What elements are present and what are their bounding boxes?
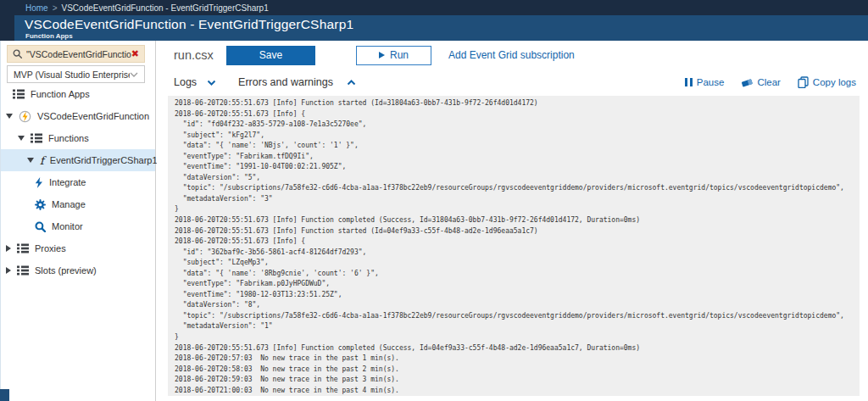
add-event-grid-subscription-link[interactable]: Add Event Grid subscription xyxy=(448,49,575,61)
log-line: "subject": "LZqeMp3", xyxy=(175,258,860,269)
blade-header: VSCodeEventGridFunction - EventGridTrigg… xyxy=(0,15,868,41)
log-line: "topic": "/subscriptions/7a58fe32-c6d6-4… xyxy=(175,183,860,194)
run-label: Run xyxy=(390,49,409,61)
log-line: 2018-06-20T20:55:51.673 [Info] Function … xyxy=(175,226,860,237)
logs-dropdown[interactable]: Logs xyxy=(174,76,220,88)
list-icon xyxy=(31,133,42,143)
log-line: "subject": "kFg2l7", xyxy=(175,131,860,142)
page-subtitle: Function Apps xyxy=(25,32,73,40)
chevron-up-icon xyxy=(347,80,356,86)
sidebar-item-label: Slots (preview) xyxy=(35,265,97,276)
sidebar-item-label: EventGridTriggerCSharp1 xyxy=(50,155,158,165)
log-output[interactable]: 2018-06-20T20:55:51.673 [Info] Function … xyxy=(168,96,860,396)
copy-logs-button[interactable]: Copy logs xyxy=(798,76,856,88)
log-line: 2018-06-20T20:55:51.673 [Info] Function … xyxy=(175,215,860,226)
chevron-down-icon xyxy=(130,72,138,77)
errors-warnings-label: Errors and warnings xyxy=(238,76,333,88)
subscription-value: MVP (Visual Studio Enterprise) xyxy=(14,70,130,80)
sidebar-item-monitor[interactable]: Monitor xyxy=(1,215,155,237)
sidebar-item-label: Monitor xyxy=(52,221,83,231)
log-line: "data": "{ 'name': '8Rbg9cnie', 'count':… xyxy=(175,269,860,280)
chevron-down-icon xyxy=(207,80,216,86)
copy-icon xyxy=(798,76,809,88)
log-line: "metadataVersion": "1" xyxy=(175,321,860,332)
expand-arrow-icon[interactable] xyxy=(6,267,11,274)
save-button[interactable]: Save xyxy=(226,46,315,65)
play-icon xyxy=(379,52,385,58)
log-line: "dataVersion": "8", xyxy=(175,300,860,311)
collapse-arrow-icon[interactable] xyxy=(18,136,25,141)
log-line: "eventType": "Fabrikam.p0JyHPGDWuD", xyxy=(175,279,860,290)
sidebar-item-function-apps[interactable]: Function Apps xyxy=(1,83,155,105)
log-line: 2018-06-20T20:59:03 No new trace in the … xyxy=(175,375,860,386)
sidebar-item-integrate[interactable]: Integrate xyxy=(1,171,155,193)
log-line: } xyxy=(175,332,860,343)
list-icon xyxy=(17,243,29,253)
log-line: 2018-06-20T20:58:03 No new trace in the … xyxy=(175,365,860,376)
sidebar-item-label: VSCodeEventGridFunction xyxy=(37,111,149,121)
sidebar-item-proxies[interactable]: Proxies xyxy=(1,237,155,259)
sidebar-item-manage[interactable]: Manage xyxy=(1,193,155,215)
subscription-dropdown[interactable]: MVP (Visual Studio Enterprise) xyxy=(7,65,145,83)
log-line: 2018-06-20T20:55:51.673 [Info] Function … xyxy=(175,343,860,354)
pause-label: Pause xyxy=(697,77,725,87)
search-input[interactable]: "VSCodeEventGridFunction" ✖ xyxy=(7,45,145,63)
log-line: "data": "{ 'name': 'NBjs', 'count': '1' … xyxy=(175,141,860,152)
clear-label: Clear xyxy=(757,77,780,87)
sidebar-item-function[interactable]: f EventGridTriggerCSharp1 xyxy=(1,149,155,171)
function-tree: Function Apps VSCodeEventGridFunction Fu… xyxy=(1,83,155,281)
eraser-icon xyxy=(741,77,753,87)
log-line: } xyxy=(175,204,860,215)
sidebar-item-label: Manage xyxy=(52,199,86,209)
clear-search-icon[interactable]: ✖ xyxy=(131,49,139,58)
list-icon xyxy=(13,89,25,99)
log-line: 2018-06-20T20:55:51.673 [Info] { xyxy=(175,237,860,248)
clear-button[interactable]: Clear xyxy=(741,77,780,87)
sidebar-item-app[interactable]: VSCodeEventGridFunction xyxy=(1,105,155,127)
log-line: 2018-06-20T20:55:51.673 [Info] { xyxy=(175,109,860,120)
breadcrumb-separator: > xyxy=(53,3,58,13)
search-value: "VSCodeEventGridFunction" xyxy=(26,49,131,59)
log-line: "eventType": "Fabrikam.tfDQ9Ii", xyxy=(175,152,860,163)
function-editor-pane: run.csx Save Run Add Event Grid subscrip… xyxy=(157,41,868,401)
errors-warnings-dropdown[interactable]: Errors and warnings xyxy=(238,76,356,88)
page-title: VSCodeEventGridFunction - EventGridTrigg… xyxy=(25,17,353,32)
log-line: "id": "362baf9c-3b56-5861-acf4-81264df7d… xyxy=(175,248,860,259)
run-button[interactable]: Run xyxy=(356,46,431,65)
collapse-arrow-icon[interactable] xyxy=(27,158,34,163)
log-line: "id": "fd04f232-a835-5729-a108-7e1a3c527… xyxy=(175,120,860,131)
sidebar-item-functions[interactable]: Functions xyxy=(1,127,155,149)
pause-icon xyxy=(685,78,693,86)
logs-label: Logs xyxy=(174,76,197,88)
log-line: "metadataVersion": "3" xyxy=(175,194,860,205)
lightning-icon xyxy=(35,177,43,188)
log-line: 2018-06-20T20:55:51.673 [Info] Function … xyxy=(175,98,860,109)
function-apps-sidebar: "VSCodeEventGridFunction" ✖ MVP (Visual … xyxy=(0,41,156,401)
sidebar-item-label: Function Apps xyxy=(31,89,90,99)
log-line: "dataVersion": "5", xyxy=(175,173,860,184)
portal-corner-decoration xyxy=(0,389,9,401)
sidebar-item-label: Integrate xyxy=(49,177,86,187)
logs-toolbar: Logs Errors and warnings Pause xyxy=(174,70,856,94)
collapse-arrow-icon[interactable] xyxy=(6,114,13,119)
function-icon: f xyxy=(40,155,44,166)
file-name: run.csx xyxy=(174,48,226,62)
breadcrumb-home[interactable]: Home xyxy=(25,3,48,13)
expand-arrow-icon[interactable] xyxy=(6,245,11,252)
gear-icon xyxy=(35,199,46,210)
editor-toolbar: run.csx Save Run Add Event Grid subscrip… xyxy=(174,45,575,65)
header-left-strip xyxy=(0,15,14,41)
top-nav-bar: Home > VSCodeEventGridFunction - EventGr… xyxy=(0,0,868,15)
log-line: "topic": "/subscriptions/7a58fe32-c6d6-4… xyxy=(175,311,860,322)
log-line: "eventTime": "1991-10-04T00:02:21.905Z", xyxy=(175,162,860,173)
sidebar-item-label: Proxies xyxy=(35,243,66,253)
sidebar-item-label: Functions xyxy=(48,133,89,143)
copy-logs-label: Copy logs xyxy=(813,77,856,87)
log-line: 2018-06-20T20:57:03 No new trace in the … xyxy=(175,354,860,365)
sidebar-item-slots[interactable]: Slots (preview) xyxy=(1,259,155,281)
magnifier-icon xyxy=(35,221,46,232)
search-icon xyxy=(13,49,22,58)
list-icon xyxy=(17,265,29,276)
log-controls: Pause Clear Copy logs xyxy=(685,76,856,88)
pause-button[interactable]: Pause xyxy=(685,77,725,87)
